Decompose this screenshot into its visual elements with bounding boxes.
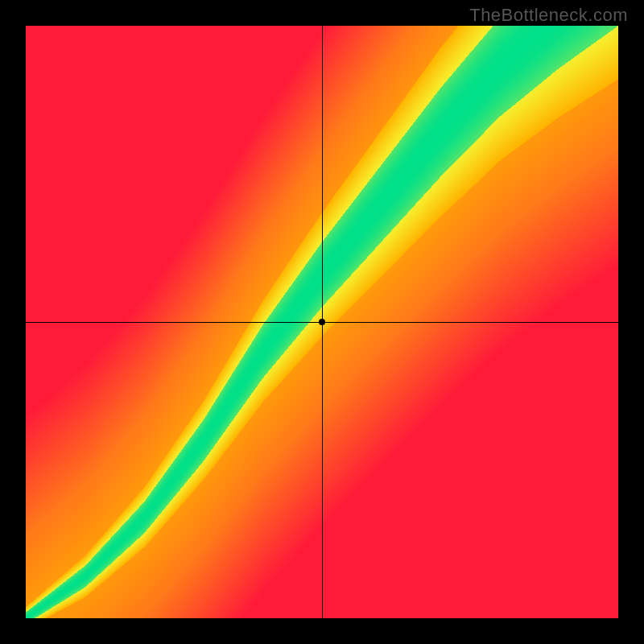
watermark-text: TheBottleneck.com xyxy=(469,5,628,26)
crosshair-marker-dot xyxy=(319,319,325,325)
chart-frame: TheBottleneck.com xyxy=(0,0,644,644)
heatmap-plot xyxy=(26,26,618,618)
